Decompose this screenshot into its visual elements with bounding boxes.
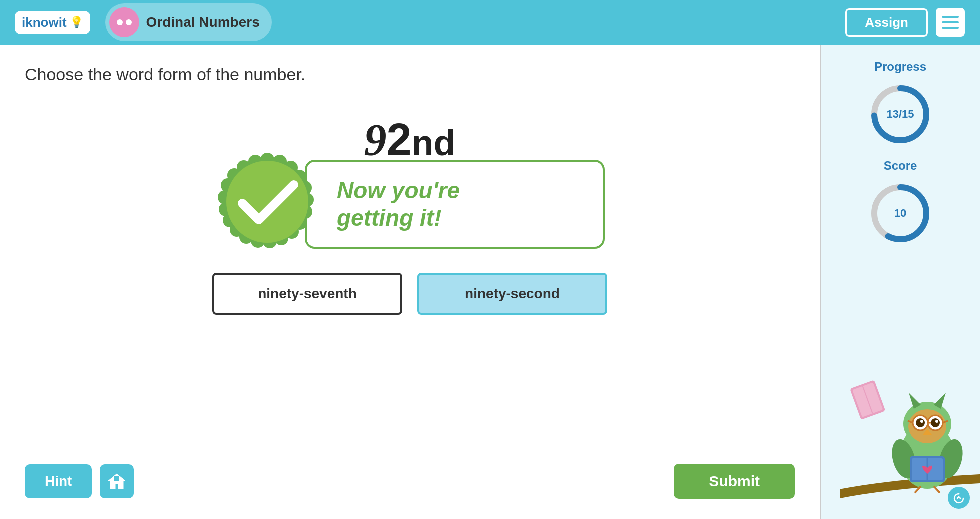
scallop-svg	[215, 151, 320, 256]
answer-choices: ninety-seventh ninety-second	[212, 273, 608, 315]
content-panel: Choose the word form of the number. 92nd	[0, 45, 820, 519]
lightbulb-icon: 💡	[70, 16, 84, 29]
svg-line-54	[934, 486, 940, 493]
feedback-bubble: Now you'regetting it!	[305, 160, 605, 249]
svg-point-40	[920, 420, 924, 423]
svg-point-41	[936, 420, 938, 423]
back-button[interactable]	[948, 487, 970, 509]
hint-button[interactable]: Hint	[25, 464, 92, 498]
right-panel: Progress 13/15 Score 10	[820, 45, 980, 519]
progress-label: Progress	[874, 60, 926, 74]
score-label: Score	[884, 159, 918, 173]
number-display-area: 92nd	[25, 104, 795, 449]
svg-point-39	[931, 418, 940, 428]
choice-button-a[interactable]: ninety-seventh	[212, 273, 402, 315]
ordinal-number-display: 92nd	[364, 114, 456, 166]
bottom-bar: Hint Submit	[25, 464, 795, 499]
svg-point-38	[916, 418, 925, 428]
dot2	[126, 20, 132, 26]
score-value: 10	[894, 207, 906, 220]
lesson-title: Ordinal Numbers	[146, 14, 260, 30]
header-right: Assign	[846, 8, 965, 37]
dice-icon	[117, 20, 132, 26]
home-icon	[108, 472, 126, 491]
score-donut: 10	[868, 181, 933, 246]
home-button[interactable]	[100, 464, 134, 498]
logo-box: iknowit 💡	[15, 11, 90, 34]
feedback-text: Now you'regetting it!	[337, 177, 578, 232]
lesson-icon	[110, 8, 140, 38]
hamburger-line2	[942, 22, 959, 24]
submit-button[interactable]: Submit	[674, 464, 795, 499]
bottom-left: Hint	[25, 464, 134, 498]
logo-text: iknowit	[22, 15, 67, 30]
main-container: Choose the word form of the number. 92nd	[0, 45, 980, 519]
menu-button[interactable]	[936, 8, 965, 37]
back-icon	[953, 492, 965, 504]
dot1	[117, 20, 123, 26]
hamburger-line1	[942, 16, 959, 18]
feedback-container: Now you'regetting it!	[215, 151, 605, 258]
lesson-badge: Ordinal Numbers	[106, 4, 272, 42]
hamburger-line3	[942, 27, 959, 29]
question-instruction: Choose the word form of the number.	[25, 65, 795, 84]
checkmark-badge	[215, 151, 320, 258]
logo-area: iknowit 💡 Ordinal Numbers	[15, 4, 272, 42]
progress-value: 13/15	[886, 108, 914, 121]
svg-rect-23	[114, 476, 120, 481]
header: iknowit 💡 Ordinal Numbers Assign	[0, 0, 980, 45]
choice-button-b[interactable]: ninety-second	[418, 273, 608, 315]
assign-button[interactable]: Assign	[846, 8, 928, 37]
progress-donut: 13/15	[868, 82, 933, 147]
